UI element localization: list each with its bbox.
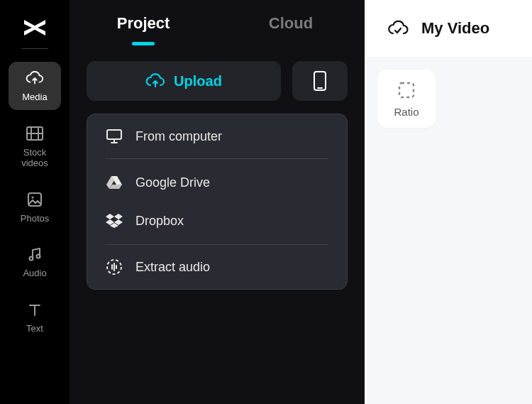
dropdown-label: Extract audio [135,260,210,275]
sidebar-item-label: Text [26,323,43,334]
upload-label: Upload [174,73,222,89]
tab-project[interactable]: Project [70,14,217,45]
sidebar-item-media[interactable]: Media [9,62,61,110]
sidebar-item-stock-videos[interactable]: Stock videos [9,117,61,176]
dropdown-from-computer[interactable]: From computer [106,114,328,158]
sidebar-item-audio[interactable]: Audio [9,238,61,286]
svg-rect-4 [28,193,41,206]
upload-row: Upload [70,45,365,101]
app-logo[interactable] [20,13,50,43]
svg-point-6 [30,257,33,261]
dropdown-label: From computer [135,129,222,144]
svg-rect-12 [399,83,414,97]
ratio-button[interactable]: Ratio [377,70,436,128]
device-button[interactable] [292,61,348,101]
capcut-logo-icon [21,14,48,41]
google-drive-icon [106,174,123,191]
text-icon [26,300,44,319]
sidebar-item-label: Audio [23,268,46,279]
sidebar-item-text[interactable]: Text [9,293,61,342]
sidebar-divider [21,48,48,49]
cloud-check-icon [387,19,409,38]
dropdown-extract-audio[interactable]: Extract audio [106,245,328,289]
cloud-upload-icon [26,69,44,87]
right-body: Ratio [365,57,532,128]
extract-audio-icon [106,258,123,275]
music-note-icon [26,245,44,263]
ratio-label: Ratio [394,106,419,118]
dropdown-dropbox[interactable]: Dropbox [106,202,328,240]
image-icon [26,190,44,209]
tabs: Project Cloud [70,0,365,45]
dropdown-label: Google Drive [135,175,210,190]
upload-dropdown: From computer Google Drive [87,114,348,290]
dropdown-label: Dropbox [135,214,184,229]
sidebar-item-label: Photos [21,213,49,224]
svg-point-7 [37,255,40,258]
sidebar-item-label: Media [22,92,47,103]
ratio-icon [397,80,416,100]
svg-rect-10 [107,130,121,139]
tab-cloud[interactable]: Cloud [217,14,365,45]
dropbox-icon [106,212,123,229]
right-header: My Video [365,0,532,57]
monitor-icon [106,128,123,145]
dropdown-google-drive[interactable]: Google Drive [106,163,328,202]
phone-icon [313,70,327,92]
right-panel: My Video Ratio [365,0,532,404]
sidebar-item-photos[interactable]: Photos [9,183,61,231]
upload-button[interactable]: Upload [87,61,281,101]
cloud-upload-icon [145,72,165,89]
film-icon [26,124,44,143]
sidebar: Media Stock videos Photos [0,0,70,404]
sidebar-item-label: Stock videos [21,147,48,169]
svg-point-5 [32,196,34,198]
main-panel: Project Cloud Upload [70,0,365,404]
right-title: My Video [421,19,489,38]
